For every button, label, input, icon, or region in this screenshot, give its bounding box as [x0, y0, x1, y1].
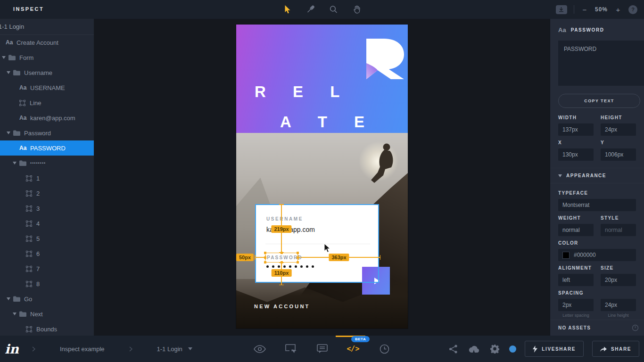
folder-icon [13, 296, 20, 302]
avatar[interactable] [509, 346, 516, 353]
layer-bounds[interactable]: Bounds [0, 321, 94, 336]
typeface-label: TYPEFACE [558, 190, 636, 196]
download-icon[interactable] [556, 5, 567, 14]
weight-value[interactable]: normal [558, 224, 594, 236]
folder-icon [19, 160, 26, 166]
measurement-badge-right: 363px [329, 254, 349, 261]
width-value[interactable]: 137px [558, 123, 594, 136]
layer-group-form[interactable]: Form [0, 50, 94, 65]
layer-group-dots[interactable]: •••••••• [0, 156, 94, 171]
line-height-value[interactable]: 24px [601, 299, 636, 311]
color-value: #000000 [574, 252, 596, 258]
sync-cloud-icon[interactable] [468, 343, 480, 355]
comments-mode-icon[interactable] [316, 343, 328, 355]
no-assets-row[interactable]: NO ASSETS [550, 320, 644, 335]
y-value[interactable]: 1006px [601, 148, 636, 161]
password-dots [266, 265, 314, 268]
chevron-down-icon[interactable] [2, 56, 6, 59]
x-value[interactable]: 130px [558, 148, 594, 161]
layer-line[interactable]: Line [0, 95, 94, 110]
submit-button[interactable] [362, 267, 390, 295]
typeface-value[interactable]: Montserrat [558, 199, 636, 211]
help-icon[interactable]: ? [628, 5, 637, 14]
layer-dot-1[interactable]: 1 [0, 171, 94, 186]
layer-username-label[interactable]: Aa USERNAME [0, 80, 94, 95]
layer-dot-3[interactable]: 3 [0, 201, 94, 216]
chevron-down-icon[interactable] [7, 71, 10, 74]
chevron-down-icon[interactable] [7, 132, 10, 134]
layer-dot-8[interactable]: 8 [0, 276, 94, 291]
chevron-down-icon[interactable] [13, 313, 17, 315]
text-content-box[interactable]: PASSWORD [558, 41, 644, 86]
zoom-tool-icon[interactable] [327, 3, 340, 16]
top-toolbar: INSPECT − 50% + ? [0, 0, 644, 19]
layer-create-account[interactable]: Aa Create Account [0, 35, 94, 50]
zoom-in-button[interactable]: + [614, 6, 622, 14]
breadcrumb-screen[interactable]: 1-1 Login [157, 346, 182, 353]
layer-group-password[interactable]: Password [0, 125, 94, 140]
chevron-down-icon[interactable] [13, 162, 17, 165]
bounds-icon [26, 190, 32, 197]
new-account-link[interactable]: NEW ACCOUNT [254, 304, 310, 309]
history-mode-icon[interactable] [378, 343, 390, 355]
gear-icon[interactable] [488, 343, 501, 355]
layer-group-next[interactable]: Next [0, 306, 94, 321]
letter-spacing-value[interactable]: 2px [558, 299, 594, 311]
layer-dot-2[interactable]: 2 [0, 186, 94, 201]
color-swatch [562, 252, 570, 259]
preview-mode-icon[interactable] [254, 343, 266, 355]
password-selection-box[interactable]: PASSWORD [265, 253, 298, 263]
chevron-down-icon[interactable] [188, 347, 192, 350]
text-layer-icon: Aa [19, 145, 27, 151]
app-title: INSPECT [13, 6, 44, 12]
layer-dot-7[interactable]: 7 [0, 261, 94, 276]
hand-tool-icon[interactable] [350, 3, 363, 16]
chevron-right-icon [129, 346, 132, 352]
eyedropper-tool-icon[interactable] [304, 3, 317, 16]
layer-group-username[interactable]: Username [0, 65, 94, 80]
invision-logo[interactable]: in [5, 342, 19, 356]
chevron-right-icon [32, 346, 35, 352]
screen-name-header[interactable]: 1-1 Login [0, 19, 94, 35]
zoom-level[interactable]: 50% [595, 6, 608, 13]
design-artboard[interactable]: R E L A T E USERNAME karen@app.com [236, 25, 408, 329]
layer-dot-5[interactable]: 5 [0, 231, 94, 246]
style-value[interactable]: normal [601, 224, 636, 236]
mode-switcher: </> BETA [254, 343, 390, 355]
y-label: Y [601, 140, 636, 145]
cursor-tool-icon[interactable] [281, 3, 294, 16]
appearance-header[interactable]: APPEARANCE [550, 168, 644, 183]
username-label: USERNAME [266, 216, 303, 222]
weight-label: WEIGHT [558, 215, 594, 221]
text-layer-icon: Aa [6, 39, 14, 46]
share-nodes-icon[interactable] [447, 343, 459, 355]
bounds-icon [26, 175, 32, 181]
inspect-mode-icon[interactable]: </> BETA [347, 343, 359, 355]
brand-text-line1: R E L [255, 83, 351, 101]
size-value[interactable]: 20px [601, 274, 636, 286]
layer-group-go[interactable]: Go [0, 291, 94, 306]
line-height-hint: Line height [601, 313, 636, 318]
measurement-badge-top: 219px [271, 225, 291, 233]
liveshare-button[interactable]: LIVESHARE [525, 341, 584, 357]
share-button[interactable]: SHARE [592, 341, 639, 357]
design-canvas[interactable]: R E L A T E USERNAME karen@app.com [94, 19, 550, 336]
inspector-panel: Aa PASSWORD PASSWORD COPY TEXT WIDTH 137… [550, 19, 644, 336]
layer-dot-6[interactable]: 6 [0, 246, 94, 261]
zoom-out-button[interactable]: − [581, 6, 588, 14]
build-mode-icon[interactable] [285, 343, 297, 355]
layer-password-selected[interactable]: Aa PASSWORD [0, 140, 94, 156]
layer-dot-4[interactable]: 4 [0, 216, 94, 231]
color-label: COLOR [558, 240, 636, 246]
layer-karen-email[interactable]: Aa karen@app.com [0, 110, 94, 125]
copy-text-button[interactable]: COPY TEXT [558, 94, 640, 108]
alignment-value[interactable]: left [558, 274, 594, 286]
bounds-icon [26, 251, 32, 257]
chevron-down-icon[interactable] [7, 297, 10, 300]
bounds-icon [26, 281, 32, 287]
height-value[interactable]: 24px [601, 123, 636, 136]
breadcrumb-project[interactable]: Inspect example [60, 346, 105, 353]
color-field[interactable]: #000000 [558, 249, 636, 261]
share-arrow-icon [600, 346, 607, 352]
text-layer-icon: Aa [19, 115, 27, 121]
